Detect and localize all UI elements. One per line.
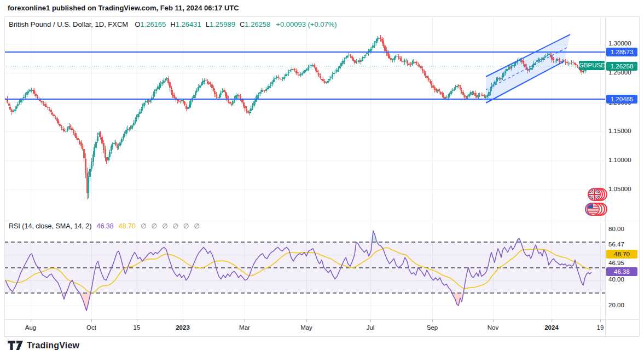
rsi-axis-tick: 46.95 (608, 260, 624, 266)
price-axis-tick: 1.10000 (608, 157, 631, 163)
tradingview-snapshot: forexonline1 published on TradingView.co… (0, 0, 644, 356)
rsi-axis-tick: 40.00 (608, 276, 624, 283)
uk-flag-icon (588, 188, 607, 200)
rsi-ma-last-value: 48.70 (119, 222, 136, 230)
change-value: +0.00093 (+0.07%) (276, 20, 336, 28)
time-axis-tick[interactable]: Jul (354, 324, 387, 331)
price-level-label: 1.28573 (606, 48, 637, 56)
symbol-title: British Pound / U.S. Dollar, 1D, FXCM (9, 20, 128, 28)
rsi-last-value: 46.38 (96, 222, 113, 230)
rsi-title: RSI (14, close, SMA, 14, 2) (9, 222, 91, 230)
time-axis-tick[interactable]: Aug (14, 324, 47, 331)
rsi-ma-value-label: 48.70 (606, 250, 637, 259)
price-axis-tick: 1.30000 (608, 40, 631, 47)
tradingview-logo[interactable]: TradingView (8, 341, 79, 351)
rsi-axis-tick: 20.00 (608, 302, 624, 308)
symbol-price-flag: GBPUSD (579, 61, 605, 70)
price-axis-tick: 1.15000 (608, 128, 631, 134)
ohlc-c: C1.26258 (240, 20, 270, 28)
rsi-legend[interactable]: RSI (14, close, SMA, 14, 2) 46.38 48.70 … (9, 222, 200, 230)
time-axis-tick[interactable]: May (290, 324, 323, 331)
time-axis-ticks (31, 319, 600, 322)
tradingview-logo-icon (8, 341, 23, 351)
time-axis-tick[interactable]: 2023 (166, 324, 199, 331)
rsi-axis-tick: 80.00 (608, 226, 624, 232)
time-axis-tick[interactable]: Oct (75, 324, 108, 331)
rsi-empty-values: ∅∅∅∅∅∅ (136, 222, 200, 230)
ohlc-l: L1.25989 (206, 20, 235, 28)
ohlc-o: O1.26165 (135, 20, 166, 28)
chart-canvas[interactable] (0, 0, 644, 356)
time-axis-tick[interactable]: Mar (228, 324, 261, 331)
last-price-label: 1.26258 (606, 62, 637, 71)
time-axis-tick[interactable]: 15 (120, 324, 153, 331)
time-axis-tick[interactable]: 19 (584, 324, 617, 331)
price-level-label: 1.20485 (606, 95, 637, 104)
tradingview-logo-text: TradingView (27, 341, 79, 351)
trend-channel (486, 35, 570, 103)
candlestick-series (5, 35, 592, 199)
rsi-empty-symbol: ∅ (141, 222, 146, 230)
symbol-legend[interactable]: British Pound / U.S. Dollar, 1D, FXCM O1… (9, 20, 337, 28)
rsi-empty-symbol: ∅ (162, 222, 167, 230)
rsi-band (4, 242, 605, 293)
price-axis-tick: 1.05000 (608, 186, 631, 192)
rsi-value-label: 46.38 (606, 267, 637, 276)
rsi-axis-tick: 56.47 (608, 241, 624, 248)
us-flag-icon (585, 203, 607, 215)
time-axis-tick[interactable]: Sep (416, 324, 449, 331)
ohlc-values: O1.26165H1.26431L1.25989C1.26258 (135, 20, 275, 28)
rsi-empty-symbol: ∅ (151, 222, 156, 230)
rsi-empty-symbol: ∅ (194, 222, 199, 230)
rsi-empty-symbol: ∅ (172, 222, 178, 230)
time-axis-tick[interactable]: Nov (477, 324, 509, 331)
time-axis-tick[interactable]: 2024 (535, 324, 568, 331)
rsi-empty-symbol: ∅ (183, 222, 189, 230)
flag-icons (582, 187, 608, 221)
ohlc-h: H1.26431 (170, 20, 201, 28)
